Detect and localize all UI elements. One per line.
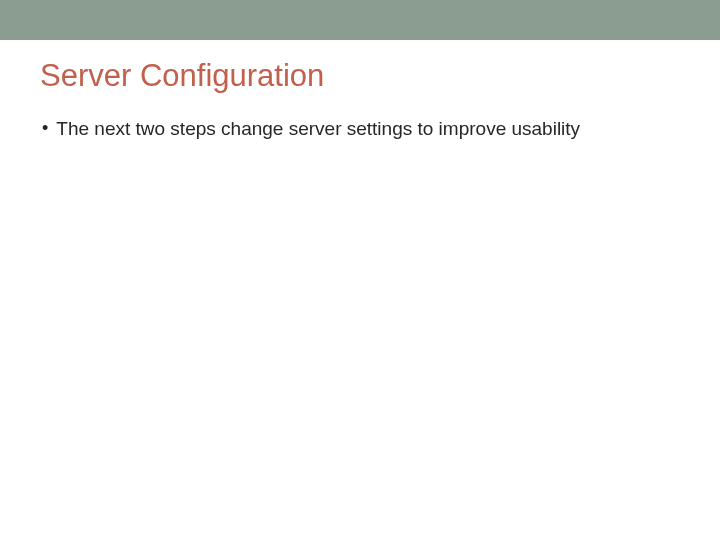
bullet-text: The next two steps change server setting… [56, 116, 580, 142]
bullet-item: • The next two steps change server setti… [40, 116, 680, 142]
slide-content: Server Configuration • The next two step… [0, 40, 720, 142]
slide-title: Server Configuration [40, 58, 680, 94]
slide-top-bar [0, 0, 720, 40]
bullet-dot-icon: • [42, 116, 48, 140]
